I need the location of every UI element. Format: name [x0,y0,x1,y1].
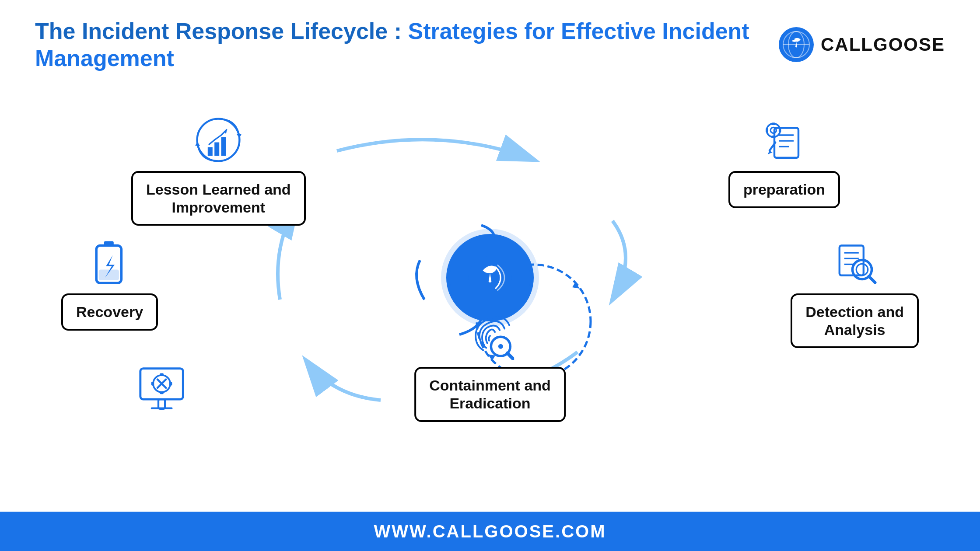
recovery-label: Recovery [61,293,158,331]
svg-marker-29 [768,150,773,154]
svg-rect-27 [779,128,781,132]
recovery-icon [86,238,134,286]
node-detection: Detection and Analysis [791,238,919,349]
svg-rect-12 [208,147,213,156]
diagram-area: Lesson Learned and Improvement [0,90,980,466]
svg-rect-52 [151,382,154,386]
node-preparation: preparation [728,116,840,208]
footer: WWW.CALLGOOSE.COM [0,512,980,551]
svg-rect-13 [215,142,220,156]
svg-line-38 [508,353,513,359]
svg-rect-26 [766,128,769,132]
page-title: The Incident Response Lifecycle : Strate… [35,17,779,72]
preparation-label: preparation [728,171,840,208]
svg-rect-41 [104,241,113,246]
svg-point-35 [856,264,868,275]
logo-icon [779,27,814,62]
svg-rect-53 [169,382,172,386]
detection-icon [831,238,879,286]
title-prefix: The Incident Response Lifecycle : [35,18,408,44]
node-containment: Containment and Eradication [414,312,566,422]
svg-marker-8 [572,282,580,289]
containment-label: Containment and Eradication [414,367,566,422]
monitor-icon [136,359,192,416]
svg-point-4 [793,38,794,40]
detection-label: Detection and Analysis [791,293,919,349]
svg-rect-43 [98,269,119,280]
svg-rect-50 [160,373,164,376]
svg-rect-14 [221,137,226,156]
svg-line-36 [868,276,875,282]
lesson-icon [194,116,242,164]
center-circle [446,234,534,321]
logo-text: CALLGOOSE [821,34,945,55]
svg-rect-24 [772,122,776,125]
svg-rect-18 [774,128,798,157]
preparation-icon [760,116,808,164]
header: The Incident Response Lifecycle : Strate… [0,0,980,81]
node-lesson-learned: Lesson Learned and Improvement [131,116,306,226]
footer-url: WWW.CALLGOOSE.COM [374,522,606,541]
containment-icon [466,312,514,360]
node-recovery: Recovery [61,238,158,331]
lesson-label: Lesson Learned and Improvement [131,171,306,226]
monitor-icon-wrapper [136,359,192,418]
svg-rect-25 [772,136,776,138]
svg-rect-51 [160,391,164,394]
svg-point-39 [498,344,503,349]
logo-area: CALLGOOSE [779,27,945,62]
